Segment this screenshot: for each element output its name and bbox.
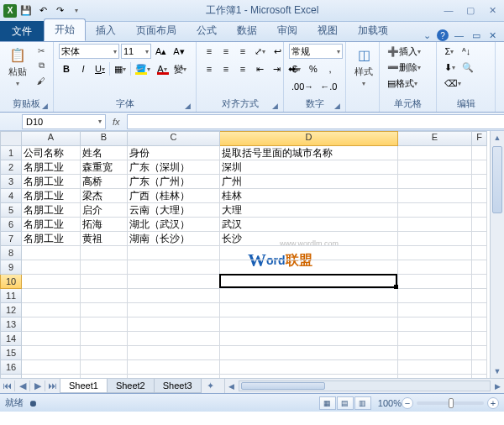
cell-A5[interactable]: 名朋工业 [22, 203, 81, 218]
zoom-level[interactable]: 100% [378, 398, 402, 408]
formula-bar[interactable] [127, 114, 504, 129]
cell-C6[interactable]: 湖北（武汉） [128, 218, 220, 232]
row-header-5[interactable]: 5 [0, 203, 22, 218]
row-header-13[interactable]: 13 [0, 317, 22, 332]
cell-C2[interactable]: 广东（深圳） [128, 160, 220, 175]
qat-redo-icon[interactable]: ↷ [52, 3, 67, 18]
cell-B15[interactable] [81, 346, 128, 360]
cell-C10[interactable] [128, 275, 220, 289]
align-middle-icon[interactable]: ≡ [218, 44, 234, 59]
col-header-B[interactable]: B [81, 131, 128, 146]
cell-F10[interactable] [472, 275, 487, 289]
cell-C4[interactable]: 广西（桂林） [128, 189, 220, 203]
cell-D12[interactable] [220, 303, 398, 317]
paste-button[interactable]: 📋 粘贴 ▾ [5, 44, 30, 89]
scroll-down-icon[interactable]: ▼ [491, 365, 504, 378]
row-header-12[interactable]: 12 [0, 303, 22, 317]
cell-B16[interactable] [81, 360, 128, 375]
cell-F12[interactable] [472, 303, 487, 317]
cell-F1[interactable] [472, 146, 487, 160]
cut-icon[interactable]: ✂ [34, 44, 49, 57]
cell-D8[interactable] [220, 246, 398, 260]
font-size-select[interactable]: 11▾ [121, 44, 151, 59]
row-header-11[interactable]: 11 [0, 289, 22, 303]
new-sheet-icon[interactable]: ✦ [202, 380, 219, 391]
bold-button[interactable]: B [59, 61, 74, 76]
cell-E5[interactable] [398, 203, 472, 218]
cell-F3[interactable] [472, 175, 487, 189]
cell-E15[interactable] [398, 346, 472, 360]
scroll-up-icon[interactable]: ▲ [491, 131, 504, 144]
cell-A14[interactable] [22, 332, 81, 346]
tab-review[interactable]: 审阅 [267, 20, 307, 41]
cell-C9[interactable] [128, 260, 220, 275]
qat-undo-icon[interactable]: ↶ [35, 3, 50, 18]
sheet-nav-prev-icon[interactable]: ◀ [15, 380, 30, 391]
cell-E3[interactable] [398, 175, 472, 189]
cell-C5[interactable]: 云南（大理） [128, 203, 220, 218]
cell-A12[interactable] [22, 303, 81, 317]
sheet-nav-next-icon[interactable]: ▶ [30, 380, 45, 391]
sort-filter-icon[interactable]: ᴬ↓ [459, 44, 474, 59]
qat-customize-icon[interactable]: ▾ [69, 3, 84, 18]
cell-F11[interactable] [472, 289, 487, 303]
cell-E16[interactable] [398, 360, 472, 375]
ribbon-minimize-icon[interactable]: ⌄ [421, 30, 433, 41]
cell-F14[interactable] [472, 332, 487, 346]
cell-F6[interactable] [472, 218, 487, 232]
maximize-button[interactable]: ▢ [462, 5, 479, 16]
cell-A8[interactable] [22, 246, 81, 260]
tab-home[interactable]: 开始 [44, 18, 86, 41]
comma-format-icon[interactable]: , [323, 61, 338, 76]
row-header-1[interactable]: 1 [0, 146, 22, 160]
cell-E13[interactable] [398, 317, 472, 332]
cell-E14[interactable] [398, 332, 472, 346]
row-header-7[interactable]: 7 [0, 232, 22, 246]
fill-icon[interactable]: ⬇▾ [442, 60, 458, 75]
horizontal-scrollbar[interactable]: ◀ ▶ [225, 379, 504, 393]
cell-A4[interactable]: 名朋工业 [22, 189, 81, 203]
cell-E12[interactable] [398, 303, 472, 317]
row-header-10[interactable]: 10 [0, 275, 22, 289]
cell-D16[interactable] [220, 360, 398, 375]
cell-C11[interactable] [128, 289, 220, 303]
cell-E9[interactable] [398, 260, 472, 275]
cell-A15[interactable] [22, 346, 81, 360]
cell-B12[interactable] [81, 303, 128, 317]
scroll-left-icon[interactable]: ◀ [225, 382, 239, 391]
cell-D2[interactable]: 深圳 [220, 160, 398, 175]
minimize-button[interactable]: — [440, 5, 457, 16]
col-header-D[interactable]: D [220, 131, 398, 146]
vscroll-thumb[interactable] [492, 146, 502, 213]
italic-button[interactable]: I [76, 61, 91, 76]
cell-B3[interactable]: 高桥 [81, 175, 128, 189]
zoom-out-button[interactable]: − [402, 397, 413, 409]
cell-B5[interactable]: 启介 [81, 203, 128, 218]
cell-D10[interactable] [220, 275, 398, 289]
cell-E1[interactable] [398, 146, 472, 160]
row-header-4[interactable]: 4 [0, 189, 22, 203]
cell-A9[interactable] [22, 260, 81, 275]
cell-D4[interactable]: 桂林 [220, 189, 398, 203]
cell-A16[interactable] [22, 360, 81, 375]
col-header-E[interactable]: E [398, 131, 472, 146]
tab-formulas[interactable]: 公式 [186, 20, 227, 41]
cell-A13[interactable] [22, 317, 81, 332]
file-tab[interactable]: 文件 [0, 21, 44, 41]
number-format-select[interactable]: 常规▾ [289, 44, 343, 59]
cell-C12[interactable] [128, 303, 220, 317]
clear-icon[interactable]: ⌫▾ [442, 76, 464, 91]
orientation-icon[interactable]: ⤢▾ [252, 44, 268, 59]
cell-E7[interactable] [398, 232, 472, 246]
view-pagelayout-icon[interactable]: ▤ [337, 396, 354, 410]
row-header-15[interactable]: 15 [0, 346, 22, 360]
zoom-in-button[interactable]: + [487, 397, 499, 409]
sheet-tab-sheet1[interactable]: Sheet1 [60, 379, 108, 393]
cell-B11[interactable] [81, 289, 128, 303]
align-right-icon[interactable]: ≡ [235, 61, 250, 76]
cell-C7[interactable]: 湖南（长沙） [128, 232, 220, 246]
cell-D11[interactable] [220, 289, 398, 303]
percent-format-icon[interactable]: % [306, 61, 321, 76]
cells-delete-button[interactable]: ➖删除▾ [385, 60, 423, 75]
cell-F13[interactable] [472, 317, 487, 332]
